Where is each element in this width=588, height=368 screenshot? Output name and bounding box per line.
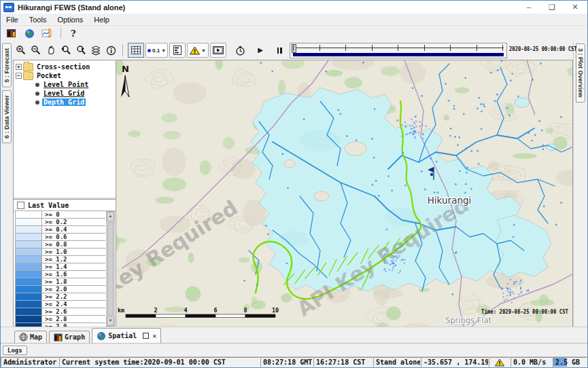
legend-swatch [16, 308, 42, 315]
legend-row[interactable]: >= 1.4 [16, 263, 105, 271]
collapse-icon[interactable]: − [16, 73, 22, 79]
svg-text:km: km [118, 307, 124, 314]
info-icon[interactable] [104, 43, 118, 57]
tree-item-depth-grid[interactable]: Depth Grid [16, 98, 116, 107]
tree-item-level-point[interactable]: Level Point [16, 80, 116, 89]
left-tab-strip: 5 : Forecast 6 : Data Viewer [1, 41, 13, 327]
legend-label: >= 2.4 [42, 301, 105, 308]
legend-row[interactable]: >= 1.6 [16, 271, 105, 278]
tab-close-icon[interactable]: ✕ [152, 332, 156, 339]
status-system-time: Current system time:2020-09-01 00:00 CST [59, 357, 260, 367]
zoom-in-icon[interactable] [14, 43, 28, 57]
warning-dropdown-icon[interactable]: ▼ [187, 43, 209, 58]
legend-row[interactable]: >= 2.6 [16, 308, 105, 316]
tab-graph[interactable]: Graph [49, 331, 90, 343]
scale-tick-label: 4 [184, 307, 187, 314]
minimize-button[interactable]: – [525, 3, 533, 12]
legend-swatch [16, 301, 42, 308]
wire-globe-icon [19, 333, 28, 342]
status-user: Administrator [1, 357, 59, 367]
scroll-up-icon[interactable]: ▲ [107, 212, 114, 221]
maximize-button[interactable]: ❑ [548, 3, 556, 12]
legend-row[interactable]: >= 1.2 [16, 256, 105, 263]
scroll-thumb[interactable] [107, 222, 114, 316]
folder-icon [23, 72, 33, 80]
legend-row[interactable]: >= 2.4 [16, 301, 105, 308]
time-slider[interactable] [290, 43, 507, 58]
legend-scrollbar[interactable]: ▲ ▼ [106, 211, 115, 327]
tree-item-level-grid[interactable]: Level Grid [16, 89, 116, 98]
legend-row[interactable]: >= 0.8 [16, 241, 105, 249]
legend-label: >= 1.4 [42, 263, 105, 270]
legend-row[interactable]: >= 0 [16, 211, 105, 219]
animation-icon[interactable] [210, 43, 226, 58]
bullet-icon [35, 100, 39, 105]
help-icon[interactable]: ? [68, 29, 79, 39]
menu-bar: File Tools Options Help [1, 14, 587, 26]
play-icon[interactable]: ▶ [254, 43, 267, 57]
legend-row[interactable]: >= 0.4 [16, 226, 105, 234]
tree-item-cross-section[interactable]: + Cross-section [16, 62, 116, 71]
globe-icon[interactable] [22, 26, 36, 40]
pause-icon[interactable] [273, 43, 286, 57]
tab-forecast[interactable]: 5 : Forecast [2, 43, 12, 88]
legend-row[interactable]: >= 0.2 [16, 219, 105, 226]
legend-swatch [16, 323, 42, 327]
expand-icon[interactable]: + [16, 64, 22, 70]
map-toolbar: 0.1 ▼ ▼ ▶ ◀ ▶ [13, 41, 573, 60]
scroll-down-icon[interactable]: ▼ [107, 316, 114, 326]
spatial-map-view[interactable]: API Key Required API Key Required Hikura… [116, 60, 573, 327]
legend-swatch [16, 249, 42, 255]
legend-panel: Last Value >= 0>= 0.2>= 0.4>= 0.6>= 0.8>… [14, 199, 116, 327]
status-gmt-time: 08:27:18 GMT [260, 357, 313, 367]
legend-row[interactable]: >= 1.8 [16, 278, 105, 286]
data-viewer-panel: + Cross-section − Pocket Level P [13, 60, 116, 327]
scale-tick-label: 8 [243, 307, 247, 314]
legend-row[interactable]: >= 3.0 [16, 323, 105, 327]
contour-interval-dropdown[interactable]: 0.1 ▼ [145, 43, 168, 58]
close-button[interactable]: ✕ [571, 3, 579, 12]
status-warning[interactable] [489, 357, 511, 367]
timer-icon[interactable] [233, 43, 247, 57]
tab-map[interactable]: Map [14, 331, 47, 343]
menu-options[interactable]: Options [52, 15, 88, 24]
legend-row[interactable]: >= 2.8 [16, 316, 105, 323]
legend-row[interactable]: >= 0.6 [16, 234, 105, 241]
tab-spatial[interactable]: Spatial ✕ [92, 328, 161, 343]
menu-help[interactable]: Help [88, 15, 115, 24]
profile-display-icon[interactable] [169, 43, 186, 58]
town-label: Hikurangi [428, 195, 472, 206]
grid-display-icon[interactable] [128, 43, 144, 58]
timeseries-chart-icon[interactable] [40, 26, 54, 40]
database-icon[interactable] [5, 26, 18, 40]
logs-button[interactable]: Logs [3, 346, 27, 355]
tab-data-viewer[interactable]: 6 : Data Viewer [2, 90, 12, 143]
flat-label: Springs Flat [445, 316, 492, 325]
legend-swatch [16, 241, 42, 248]
status-memory: 2.5 GB [553, 357, 587, 367]
tab-plot-overview[interactable]: 3 : Plot Overview [576, 43, 585, 103]
status-bar: Administrator Current system time:2020-0… [1, 356, 587, 367]
application-window: Hikurangi FEWS (Stand alone) – ❑ ✕ File … [0, 0, 588, 368]
legend-row[interactable]: >= 2.0 [16, 286, 105, 293]
zoom-previous-icon[interactable] [59, 43, 73, 57]
legend-swatch [16, 316, 42, 323]
menu-file[interactable]: File [1, 15, 24, 24]
legend-swatch [16, 219, 42, 225]
legend-row[interactable]: >= 2.2 [16, 293, 105, 301]
layers-icon[interactable] [89, 43, 103, 57]
time-slider-range [293, 53, 504, 56]
pan-hand-icon[interactable] [44, 43, 58, 57]
legend-label: >= 2.0 [42, 286, 105, 293]
tree-item-pocket[interactable]: − Pocket [16, 71, 116, 80]
zoom-next-icon[interactable] [74, 43, 88, 57]
tab-maximize-icon[interactable] [143, 333, 149, 339]
status-coordinates: -35.657 , 174.199 [421, 357, 489, 367]
zoom-out-icon[interactable] [29, 43, 43, 57]
title-bar: Hikurangi FEWS (Stand alone) – ❑ ✕ [1, 1, 587, 14]
legend-swatch [16, 211, 42, 218]
last-value-checkbox[interactable] [17, 202, 24, 209]
legend-row[interactable]: >= 1.0 [16, 249, 105, 256]
bullet-icon [35, 92, 39, 96]
menu-tools[interactable]: Tools [24, 15, 52, 24]
